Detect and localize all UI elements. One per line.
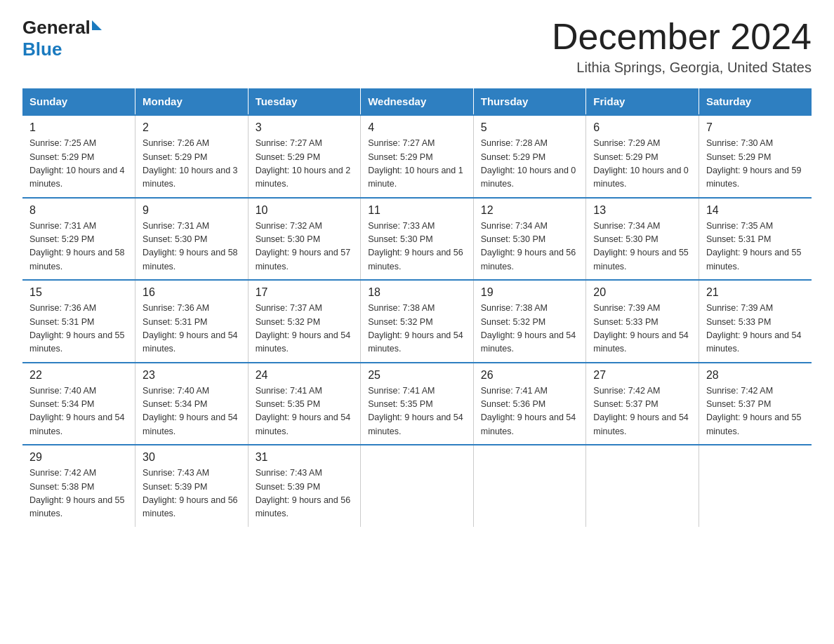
day-number: 3 bbox=[256, 121, 354, 134]
day-info: Sunrise: 7:26 AM Sunset: 5:29 PM Dayligh… bbox=[143, 137, 241, 192]
calendar-cell: 4 Sunrise: 7:27 AM Sunset: 5:29 PM Dayli… bbox=[361, 115, 474, 198]
day-info: Sunrise: 7:36 AM Sunset: 5:31 PM Dayligh… bbox=[143, 302, 241, 356]
day-number: 29 bbox=[29, 451, 128, 464]
calendar-cell: 15 Sunrise: 7:36 AM Sunset: 5:31 PM Dayl… bbox=[22, 280, 135, 363]
calendar-cell bbox=[586, 445, 699, 527]
page-header: General Blue December 2024 Lithia Spring… bbox=[22, 17, 812, 76]
sunset-label: Sunset: 5:32 PM bbox=[256, 317, 320, 327]
sunset-label: Sunset: 5:30 PM bbox=[143, 234, 207, 244]
calendar-cell: 16 Sunrise: 7:36 AM Sunset: 5:31 PM Dayl… bbox=[135, 280, 249, 363]
day-number: 28 bbox=[706, 369, 805, 382]
daylight-label: Daylight: 10 hours and 2 minutes. bbox=[256, 166, 351, 189]
logo: General Blue bbox=[22, 17, 102, 60]
daylight-label: Daylight: 9 hours and 59 minutes. bbox=[706, 166, 802, 189]
day-info: Sunrise: 7:39 AM Sunset: 5:33 PM Dayligh… bbox=[706, 302, 805, 356]
sunrise-label: Sunrise: 7:39 AM bbox=[706, 303, 773, 313]
day-number: 24 bbox=[256, 369, 354, 382]
day-number: 27 bbox=[593, 369, 691, 382]
daylight-label: Daylight: 9 hours and 56 minutes. bbox=[256, 495, 351, 518]
day-info: Sunrise: 7:43 AM Sunset: 5:39 PM Dayligh… bbox=[143, 467, 241, 521]
sunset-label: Sunset: 5:29 PM bbox=[481, 152, 545, 162]
col-header-tuesday: Tuesday bbox=[248, 88, 361, 115]
calendar-week-row: 22 Sunrise: 7:40 AM Sunset: 5:34 PM Dayl… bbox=[22, 363, 812, 445]
sunrise-label: Sunrise: 7:26 AM bbox=[143, 138, 209, 148]
calendar-week-row: 29 Sunrise: 7:42 AM Sunset: 5:38 PM Dayl… bbox=[22, 445, 812, 527]
logo-general-text: General bbox=[22, 17, 91, 39]
daylight-label: Daylight: 9 hours and 54 minutes. bbox=[368, 330, 463, 354]
sunrise-label: Sunrise: 7:33 AM bbox=[368, 221, 435, 231]
sunrise-label: Sunrise: 7:31 AM bbox=[29, 221, 96, 231]
sunset-label: Sunset: 5:29 PM bbox=[143, 152, 207, 162]
calendar-cell: 12 Sunrise: 7:34 AM Sunset: 5:30 PM Dayl… bbox=[473, 198, 586, 281]
calendar-cell: 11 Sunrise: 7:33 AM Sunset: 5:30 PM Dayl… bbox=[361, 198, 474, 281]
sunrise-label: Sunrise: 7:41 AM bbox=[481, 386, 548, 396]
sunset-label: Sunset: 5:37 PM bbox=[593, 399, 658, 409]
calendar-cell bbox=[473, 445, 586, 527]
day-info: Sunrise: 7:30 AM Sunset: 5:29 PM Dayligh… bbox=[706, 137, 805, 192]
col-header-wednesday: Wednesday bbox=[361, 88, 474, 115]
day-number: 14 bbox=[706, 204, 805, 217]
day-number: 11 bbox=[368, 204, 466, 217]
sunrise-label: Sunrise: 7:42 AM bbox=[593, 386, 660, 396]
calendar-cell: 6 Sunrise: 7:29 AM Sunset: 5:29 PM Dayli… bbox=[586, 115, 699, 198]
sunset-label: Sunset: 5:29 PM bbox=[29, 152, 94, 162]
day-number: 10 bbox=[256, 204, 354, 217]
calendar-cell: 9 Sunrise: 7:31 AM Sunset: 5:30 PM Dayli… bbox=[135, 198, 249, 281]
sunrise-label: Sunrise: 7:27 AM bbox=[256, 138, 322, 148]
daylight-label: Daylight: 9 hours and 58 minutes. bbox=[29, 248, 125, 271]
day-number: 15 bbox=[29, 286, 128, 299]
sunset-label: Sunset: 5:33 PM bbox=[593, 317, 658, 327]
calendar-cell: 20 Sunrise: 7:39 AM Sunset: 5:33 PM Dayl… bbox=[586, 280, 699, 363]
daylight-label: Daylight: 10 hours and 3 minutes. bbox=[143, 166, 238, 189]
day-info: Sunrise: 7:39 AM Sunset: 5:33 PM Dayligh… bbox=[593, 302, 691, 356]
daylight-label: Daylight: 9 hours and 56 minutes. bbox=[143, 495, 238, 518]
day-number: 16 bbox=[143, 286, 241, 299]
sunset-label: Sunset: 5:37 PM bbox=[706, 399, 771, 409]
day-number: 8 bbox=[29, 204, 128, 217]
sunrise-label: Sunrise: 7:36 AM bbox=[29, 303, 96, 313]
calendar-cell: 29 Sunrise: 7:42 AM Sunset: 5:38 PM Dayl… bbox=[22, 445, 135, 527]
col-header-monday: Monday bbox=[135, 88, 249, 115]
sunrise-label: Sunrise: 7:40 AM bbox=[29, 386, 96, 396]
sunrise-label: Sunrise: 7:39 AM bbox=[593, 303, 660, 313]
col-header-friday: Friday bbox=[586, 88, 699, 115]
sunrise-label: Sunrise: 7:43 AM bbox=[143, 468, 209, 478]
day-info: Sunrise: 7:38 AM Sunset: 5:32 PM Dayligh… bbox=[368, 302, 466, 356]
sunrise-label: Sunrise: 7:34 AM bbox=[593, 221, 660, 231]
day-number: 23 bbox=[143, 369, 241, 382]
calendar-cell: 21 Sunrise: 7:39 AM Sunset: 5:33 PM Dayl… bbox=[699, 280, 812, 363]
day-info: Sunrise: 7:25 AM Sunset: 5:29 PM Dayligh… bbox=[29, 137, 128, 192]
day-number: 18 bbox=[368, 286, 466, 299]
day-number: 21 bbox=[706, 286, 805, 299]
sunset-label: Sunset: 5:29 PM bbox=[29, 234, 94, 244]
daylight-label: Daylight: 9 hours and 54 minutes. bbox=[256, 330, 351, 354]
sunset-label: Sunset: 5:30 PM bbox=[481, 234, 545, 244]
daylight-label: Daylight: 10 hours and 1 minute. bbox=[368, 166, 463, 189]
sunrise-label: Sunrise: 7:40 AM bbox=[143, 386, 209, 396]
sunset-label: Sunset: 5:35 PM bbox=[256, 399, 320, 409]
day-info: Sunrise: 7:38 AM Sunset: 5:32 PM Dayligh… bbox=[481, 302, 579, 356]
sunset-label: Sunset: 5:34 PM bbox=[29, 399, 94, 409]
sunset-label: Sunset: 5:32 PM bbox=[481, 317, 545, 327]
daylight-label: Daylight: 9 hours and 54 minutes. bbox=[143, 330, 238, 354]
day-info: Sunrise: 7:42 AM Sunset: 5:37 PM Dayligh… bbox=[706, 384, 805, 439]
daylight-label: Daylight: 9 hours and 54 minutes. bbox=[593, 330, 689, 354]
day-info: Sunrise: 7:40 AM Sunset: 5:34 PM Dayligh… bbox=[143, 384, 241, 439]
day-info: Sunrise: 7:31 AM Sunset: 5:30 PM Dayligh… bbox=[143, 220, 241, 274]
day-number: 30 bbox=[143, 451, 241, 464]
sunset-label: Sunset: 5:39 PM bbox=[256, 482, 320, 492]
sunset-label: Sunset: 5:29 PM bbox=[706, 152, 771, 162]
daylight-label: Daylight: 9 hours and 55 minutes. bbox=[29, 330, 125, 354]
calendar-cell: 1 Sunrise: 7:25 AM Sunset: 5:29 PM Dayli… bbox=[22, 115, 135, 198]
day-number: 22 bbox=[29, 369, 128, 382]
logo-blue-text: Blue bbox=[22, 39, 62, 60]
calendar-cell: 13 Sunrise: 7:34 AM Sunset: 5:30 PM Dayl… bbox=[586, 198, 699, 281]
calendar-cell: 31 Sunrise: 7:43 AM Sunset: 5:39 PM Dayl… bbox=[248, 445, 361, 527]
sunrise-label: Sunrise: 7:42 AM bbox=[706, 386, 773, 396]
day-info: Sunrise: 7:32 AM Sunset: 5:30 PM Dayligh… bbox=[256, 220, 354, 274]
sunset-label: Sunset: 5:36 PM bbox=[481, 399, 545, 409]
sunset-label: Sunset: 5:39 PM bbox=[143, 482, 207, 492]
calendar-cell: 22 Sunrise: 7:40 AM Sunset: 5:34 PM Dayl… bbox=[22, 363, 135, 445]
sunrise-label: Sunrise: 7:43 AM bbox=[256, 468, 322, 478]
day-info: Sunrise: 7:34 AM Sunset: 5:30 PM Dayligh… bbox=[481, 220, 579, 274]
